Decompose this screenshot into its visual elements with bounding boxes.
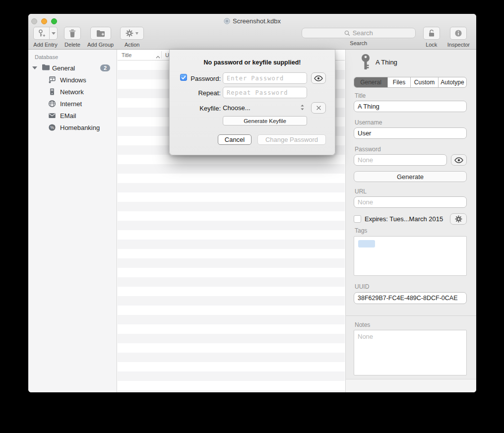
expires-checkbox[interactable] — [354, 215, 361, 223]
inspector-footer — [346, 379, 476, 392]
column-header-username[interactable]: U — [165, 52, 169, 58]
search-placeholder: Search — [353, 29, 373, 37]
entry-title: A Thing — [376, 59, 397, 66]
app-window: Screenshot.kdbx A — [28, 14, 476, 392]
reveal-password-button[interactable] — [451, 154, 467, 166]
group-label: General — [52, 64, 75, 72]
notes-field-label: Notes — [355, 321, 370, 328]
password-checkbox[interactable] — [180, 74, 187, 81]
inspector-panel: A Thing General Files Custom Autotype Ti… — [345, 50, 476, 392]
window-title: Screenshot.kdbx — [28, 17, 476, 25]
add-group-button[interactable] — [90, 27, 111, 40]
clear-keyfile-button[interactable] — [311, 102, 326, 114]
inspector-button[interactable] — [450, 27, 467, 40]
add-group-label: Add Group — [87, 42, 114, 48]
expires-settings-button[interactable] — [450, 213, 467, 225]
column-header-title[interactable]: Title — [122, 52, 131, 58]
sidebar-item-windows[interactable]: Windows — [28, 74, 117, 86]
add-entry-label: Add Entry — [33, 42, 57, 48]
disclosure-triangle-icon[interactable] — [32, 66, 37, 69]
gear-icon — [455, 215, 462, 223]
document-icon — [224, 18, 230, 24]
gear-icon — [126, 29, 133, 37]
tags-input[interactable] — [354, 236, 467, 276]
password-field[interactable] — [354, 154, 447, 166]
folder-plus-icon — [96, 30, 105, 37]
inspector-tabs: General Files Custom Autotype — [354, 77, 467, 88]
generate-keyfile-button[interactable]: Generate Keyfile — [223, 116, 307, 125]
show-password-button[interactable] — [311, 72, 326, 84]
expires-label: Expires: Tues...March 2015 — [365, 215, 443, 223]
search-input[interactable]: Search — [302, 28, 416, 38]
repeat-label: Repeat: — [188, 89, 221, 97]
sidebar-item-homebanking[interactable]: % Homebanking — [28, 122, 117, 133]
keyfile-value: Choose... — [223, 104, 251, 112]
tab-general[interactable]: General — [354, 77, 388, 87]
chevron-up-down-icon — [300, 104, 305, 112]
add-entry-button[interactable] — [33, 27, 58, 40]
sidebar-section-header: Database — [28, 50, 117, 62]
username-field-label: Username — [355, 119, 382, 126]
sort-ascending-icon — [156, 54, 160, 60]
repeat-password-input[interactable] — [223, 87, 307, 98]
lock-label: Lock — [426, 42, 437, 48]
delete-label: Delete — [64, 42, 80, 48]
folder-icon — [42, 64, 50, 72]
tab-custom[interactable]: Custom — [411, 77, 439, 87]
cancel-button[interactable]: Cancel — [218, 134, 252, 145]
uuid-field[interactable] — [354, 292, 467, 304]
tab-autotype[interactable]: Autotype — [439, 77, 466, 87]
checkmark-icon — [181, 75, 186, 80]
group-label: EMail — [60, 112, 76, 120]
password-label: Password: — [188, 75, 221, 82]
inspector-label: Inspector — [447, 42, 470, 48]
delete-button[interactable] — [64, 27, 81, 40]
internet-group-icon — [48, 100, 56, 108]
chevron-down-icon — [52, 32, 56, 35]
change-password-dialog: No password or keyfile supplied! Passwor… — [169, 50, 335, 155]
tab-files[interactable]: Files — [388, 77, 411, 87]
generate-password-button[interactable]: Generate — [354, 171, 467, 182]
sidebar-item-internet[interactable]: Internet — [28, 98, 117, 110]
dialog-message: No password or keyfile supplied! — [170, 59, 335, 66]
key-plus-icon — [34, 27, 49, 39]
add-entry-dropdown[interactable] — [49, 27, 57, 39]
svg-text:%: % — [50, 125, 54, 130]
sidebar-item-email[interactable]: EMail — [28, 110, 117, 122]
group-label: Network — [60, 88, 84, 96]
tag-token — [358, 240, 375, 247]
homebanking-group-icon: % — [48, 124, 56, 131]
url-field[interactable] — [354, 196, 467, 208]
action-label: Action — [125, 42, 140, 48]
windows-group-icon — [48, 76, 56, 84]
info-icon — [454, 29, 462, 37]
desktop-background: Screenshot.kdbx A — [0, 0, 504, 433]
uuid-field-label: UUID — [355, 283, 369, 290]
column-divider[interactable] — [161, 51, 162, 59]
tags-field-label: Tags — [355, 227, 367, 234]
chevron-down-icon — [135, 32, 138, 35]
sidebar-item-network[interactable]: Network — [28, 86, 117, 98]
action-button[interactable] — [120, 27, 144, 40]
title-field[interactable] — [354, 101, 467, 112]
keyfile-popup[interactable]: Choose... — [223, 102, 307, 114]
group-sidebar: Database General 2 — [28, 50, 117, 392]
keyfile-label: Keyfile: — [188, 105, 221, 112]
key-icon — [360, 54, 372, 73]
eye-icon — [314, 75, 323, 81]
enter-password-input[interactable] — [223, 72, 307, 84]
close-x-icon — [316, 105, 321, 111]
group-label: Internet — [60, 100, 82, 108]
trash-icon — [69, 29, 76, 38]
notes-field[interactable] — [354, 330, 467, 375]
search-icon — [344, 30, 350, 36]
sidebar-item-general[interactable]: General 2 — [28, 62, 117, 74]
network-group-icon — [48, 88, 56, 96]
titlebar-toolbar: Screenshot.kdbx A — [28, 14, 476, 50]
title-field-label: Title — [355, 92, 366, 99]
username-field[interactable] — [354, 127, 467, 139]
change-password-button[interactable]: Change Password — [257, 134, 326, 145]
entry-count-badge: 2 — [100, 64, 110, 71]
group-label: Windows — [60, 76, 86, 84]
lock-button[interactable] — [423, 27, 440, 40]
